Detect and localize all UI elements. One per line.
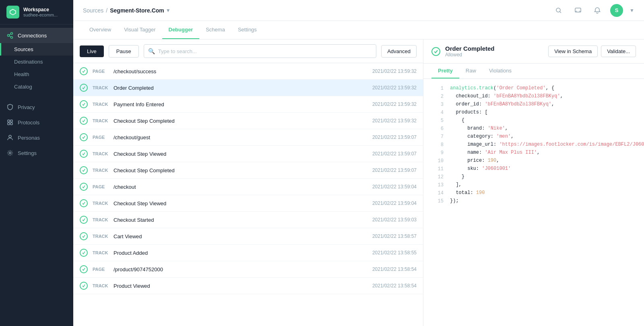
connections-label: Connections bbox=[18, 33, 47, 39]
event-status-icon bbox=[80, 216, 88, 224]
line-content: price: 190, bbox=[450, 158, 499, 163]
code-block: 1analytics.track('Order Completed', {2 c… bbox=[423, 79, 644, 326]
event-row[interactable]: TRACK Checkout Step Completed 2021/02/22… bbox=[73, 113, 423, 129]
workspace-icon bbox=[6, 6, 19, 19]
line-number: 1 bbox=[431, 85, 444, 91]
code-line: 2 checkout_id: 'bFEnBA8YbdbZol38FBKyq', bbox=[431, 93, 636, 101]
code-line: 4 products: [ bbox=[431, 109, 636, 118]
line-content: }); bbox=[450, 198, 459, 204]
event-row[interactable]: TRACK Checkout Step Viewed 2021/02/22 13… bbox=[73, 146, 423, 162]
event-panel: Live Pause 🔍 Advanced PAGE /checkout/suc… bbox=[73, 39, 423, 326]
event-row[interactable]: PAGE /checkout/guest 2021/02/22 13:59:07 bbox=[73, 129, 423, 146]
event-type: PAGE bbox=[93, 267, 114, 272]
validate-button[interactable]: Validate... bbox=[601, 45, 636, 57]
user-avatar[interactable]: S bbox=[610, 4, 623, 17]
workspace-header[interactable]: Workspace sudhee-ecomm... bbox=[0, 0, 73, 25]
line-content: image_url: 'https://images.footlocker.co… bbox=[450, 142, 644, 147]
settings-label: Settings bbox=[18, 150, 37, 156]
line-number: 2 bbox=[431, 93, 444, 99]
event-row[interactable]: TRACK Order Completed 2021/02/22 13:59:3… bbox=[73, 80, 423, 96]
code-line: 3 order_id: 'bFEnBA8YbdbZol38FBKyq', bbox=[431, 101, 636, 109]
bell-icon[interactable] bbox=[591, 4, 604, 17]
event-status-icon bbox=[80, 67, 88, 75]
privacy-label: Privacy bbox=[18, 104, 35, 110]
event-type: TRACK bbox=[93, 234, 114, 239]
sidebar-item-sources[interactable]: Sources bbox=[0, 43, 73, 56]
event-type: TRACK bbox=[93, 151, 114, 156]
sidebar-connections[interactable]: Connections bbox=[0, 28, 73, 43]
pause-button[interactable]: Pause bbox=[109, 45, 139, 58]
detail-tab-violations[interactable]: Violations bbox=[483, 64, 518, 78]
tab-settings[interactable]: Settings bbox=[231, 21, 263, 39]
event-time: 2021/02/22 13:59:32 bbox=[372, 68, 417, 74]
event-name: Payment Info Entered bbox=[114, 101, 372, 107]
event-row[interactable]: TRACK Product Added 2021/02/22 13:58:55 bbox=[73, 245, 423, 261]
sidebar-item-catalog[interactable]: Catalog bbox=[0, 80, 73, 93]
event-type: TRACK bbox=[93, 201, 114, 206]
event-row[interactable]: TRACK Checkout Step Completed 2021/02/22… bbox=[73, 162, 423, 179]
tab-visual-tagger[interactable]: Visual Tagger bbox=[118, 21, 162, 39]
workspace-sub: sudhee-ecomm... bbox=[23, 12, 58, 17]
line-content: analytics.track('Order Completed', { bbox=[450, 85, 554, 91]
tab-schema[interactable]: Schema bbox=[199, 21, 231, 39]
detail-tab-pretty[interactable]: Pretty bbox=[431, 64, 459, 78]
sidebar-item-protocols[interactable]: Protocols bbox=[0, 115, 73, 130]
detail-tab-raw[interactable]: Raw bbox=[459, 64, 483, 78]
content-area: Live Pause 🔍 Advanced PAGE /checkout/suc… bbox=[73, 39, 644, 326]
line-content: brand: 'Nike', bbox=[450, 126, 508, 131]
svg-point-9 bbox=[9, 135, 11, 138]
detail-header: Order Completed Allowed View in Schema V… bbox=[423, 39, 644, 64]
event-time: 2021/02/22 13:58:55 bbox=[372, 250, 417, 256]
sidebar-item-destinations[interactable]: Destinations bbox=[0, 56, 73, 68]
event-status-icon bbox=[80, 232, 88, 240]
event-row[interactable]: PAGE /product/9074752000 2021/02/22 13:5… bbox=[73, 261, 423, 278]
main-tabs: Overview Visual Tagger Debugger Schema S… bbox=[73, 21, 644, 39]
line-content: name: 'Air Max Plus III', bbox=[450, 150, 540, 155]
live-button[interactable]: Live bbox=[80, 45, 104, 57]
search-input[interactable] bbox=[158, 48, 372, 54]
tab-debugger[interactable]: Debugger bbox=[162, 21, 200, 39]
event-name: Product Viewed bbox=[114, 283, 372, 289]
event-row[interactable]: TRACK Checkout Step Viewed 2021/02/22 13… bbox=[73, 195, 423, 212]
avatar-chevron-icon: ▼ bbox=[630, 8, 634, 13]
event-time: 2021/02/22 13:58:54 bbox=[372, 266, 417, 272]
line-content: products: [ bbox=[450, 109, 488, 115]
breadcrumb-current[interactable]: Segment-Store.Com ▼ bbox=[110, 7, 170, 14]
message-icon[interactable] bbox=[572, 4, 584, 17]
event-row[interactable]: TRACK Cart Viewed 2021/02/22 13:58:57 bbox=[73, 228, 423, 245]
event-status-icon bbox=[80, 100, 88, 108]
sidebar-item-health[interactable]: Health bbox=[0, 68, 73, 80]
svg-line-4 bbox=[10, 36, 11, 37]
event-row[interactable]: TRACK Payment Info Entered 2021/02/22 13… bbox=[73, 96, 423, 113]
tab-overview[interactable]: Overview bbox=[83, 21, 118, 39]
line-number: 9 bbox=[431, 150, 444, 156]
event-name: /product/9074752000 bbox=[114, 266, 372, 272]
event-status-icon bbox=[80, 265, 88, 273]
code-line: 5 { bbox=[431, 118, 636, 126]
sidebar-item-personas[interactable]: Personas bbox=[0, 130, 73, 145]
line-number: 6 bbox=[431, 126, 444, 132]
event-row[interactable]: PAGE /checkout 2021/02/22 13:59:04 bbox=[73, 179, 423, 195]
svg-rect-8 bbox=[10, 123, 12, 125]
line-content: order_id: 'bFEnBA8YbdbZol38FBKyq', bbox=[450, 101, 554, 107]
event-row[interactable]: TRACK Checkout Started 2021/02/22 13:59:… bbox=[73, 212, 423, 228]
personas-icon bbox=[6, 134, 14, 141]
search-icon[interactable] bbox=[552, 4, 565, 17]
event-row[interactable]: PAGE /checkout/success 2021/02/22 13:59:… bbox=[73, 63, 423, 80]
breadcrumb-parent: Sources bbox=[83, 7, 103, 14]
code-line: 11 sku: 'J0601001' bbox=[431, 166, 636, 174]
breadcrumb: Sources / Segment-Store.Com ▼ bbox=[83, 7, 171, 14]
event-status-icon bbox=[80, 84, 88, 92]
line-number: 14 bbox=[431, 190, 444, 196]
protocols-label: Protocols bbox=[18, 120, 39, 126]
sidebar-item-privacy[interactable]: Privacy bbox=[0, 99, 73, 115]
event-name: Cart Viewed bbox=[114, 233, 372, 239]
view-in-schema-button[interactable]: View in Schema bbox=[548, 45, 598, 57]
sidebar-item-settings[interactable]: Settings bbox=[0, 145, 73, 161]
line-number: 10 bbox=[431, 158, 444, 164]
event-type: PAGE bbox=[93, 184, 114, 189]
event-row[interactable]: TRACK Product Viewed 2021/02/22 13:58:54 bbox=[73, 278, 423, 294]
advanced-button[interactable]: Advanced bbox=[381, 45, 417, 58]
event-time: 2021/02/22 13:59:04 bbox=[372, 184, 417, 190]
code-line: 10 price: 190, bbox=[431, 158, 636, 166]
